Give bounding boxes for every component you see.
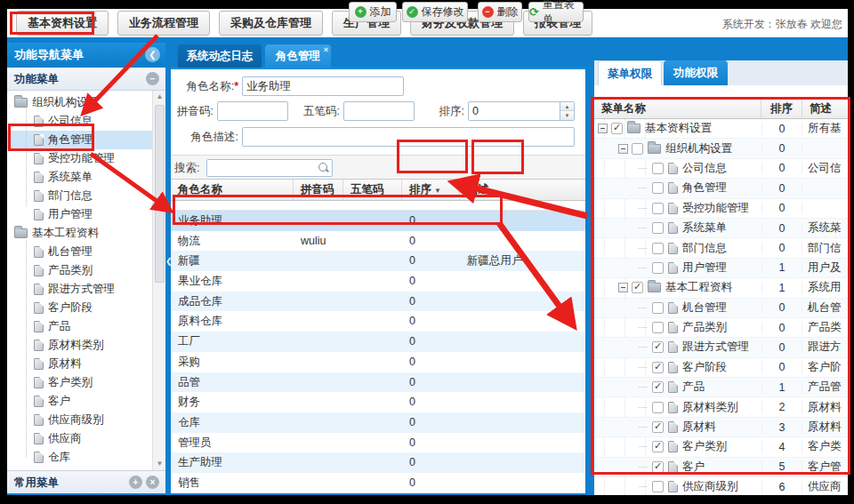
permission-row-产品类别[interactable]: 产品类别0产品类 — [594, 318, 848, 338]
grid-filter-row[interactable] — [171, 201, 585, 211]
sort-spinner[interactable]: 0 ▲ ▼ — [468, 101, 575, 121]
sidebar-item-基本工程资料[interactable]: 基本工程资料 — [7, 224, 165, 243]
col-header-role-name[interactable]: 角色名称 — [171, 180, 294, 200]
checkbox-unchecked[interactable] — [652, 243, 664, 254]
permission-row-角色管理[interactable]: 角色管理0 — [594, 179, 848, 198]
checkbox-unchecked[interactable] — [652, 222, 664, 234]
scroll-down-icon[interactable]: ▼ — [153, 458, 165, 470]
permission-row-组织机构设置[interactable]: 组织机构设置0 — [594, 139, 848, 158]
col-header-menu-desc[interactable]: 简述 — [802, 99, 848, 118]
checkbox-checked[interactable] — [652, 341, 664, 353]
add-common-menu-icon[interactable]: + — [129, 476, 142, 489]
sidebar-item-原材料类别[interactable]: 原材料类别 — [7, 336, 165, 355]
sidebar-item-系统菜单[interactable]: 系统菜单 — [7, 168, 165, 187]
sidebar-section-function-menu[interactable]: 功能菜单 − — [7, 68, 165, 91]
permission-row-公司信息[interactable]: 公司信息0公司信 — [594, 159, 848, 179]
col-header-desc[interactable]: 简述 — [460, 180, 585, 200]
sidebar-item-产品类别[interactable]: 产品类别 — [7, 261, 165, 280]
checkbox-unchecked[interactable] — [652, 481, 664, 492]
collapse-node-icon[interactable] — [598, 124, 608, 133]
permission-row-跟进方式管理[interactable]: 跟进方式管理0跟进方 — [594, 338, 848, 357]
role-name-input[interactable]: 业务助理 — [242, 76, 404, 96]
role-desc-input[interactable] — [242, 127, 575, 147]
tab-menu-permissions[interactable]: 菜单权限 — [598, 60, 662, 85]
checkbox-unchecked[interactable] — [652, 203, 664, 214]
menu-item-2[interactable]: 采购及仓库管理 — [219, 11, 323, 36]
sidebar-section-common-menu[interactable]: 常用菜单 + × — [7, 470, 165, 493]
role-row-原料仓库[interactable]: 原料仓库0 — [171, 311, 585, 332]
reset-button[interactable]: ⟳ 重置表单 — [528, 2, 584, 22]
permission-row-用户管理[interactable]: 用户管理1用户及 — [594, 259, 848, 278]
role-row-销售[interactable]: 销售0 — [171, 473, 585, 493]
tab-close-icon[interactable]: × — [324, 45, 328, 54]
checkbox-unchecked[interactable] — [632, 143, 643, 155]
collapse-node-icon[interactable] — [618, 144, 628, 154]
role-row-工厂[interactable]: 工厂0 — [171, 332, 585, 352]
permission-row-系统菜单[interactable]: 系统菜单0系统菜 — [594, 219, 848, 238]
role-row-果业仓库[interactable]: 果业仓库0 — [171, 271, 585, 292]
permission-row-客户阶段[interactable]: 客户阶段0客户阶 — [594, 358, 848, 378]
sidebar-collapse-icon[interactable]: ❮ — [145, 47, 160, 62]
role-row-采购[interactable]: 采购0 — [171, 352, 585, 372]
sidebar-item-客户类别[interactable]: 客户类别 — [7, 373, 165, 392]
menu-item-1[interactable]: 业务流程管理 — [117, 11, 210, 36]
sidebar-item-公司信息[interactable]: 公司信息 — [7, 112, 165, 131]
scrollbar-thumb[interactable] — [155, 105, 165, 283]
checkbox-checked[interactable] — [652, 421, 664, 433]
sidebar-item-供应商级别[interactable]: 供应商级别 — [7, 411, 165, 429]
checkbox-checked[interactable] — [632, 282, 643, 293]
checkbox-checked[interactable] — [652, 461, 664, 473]
checkbox-checked[interactable] — [652, 381, 664, 393]
col-header-menu-sort[interactable]: 排序 — [761, 99, 802, 118]
collapse-node-icon[interactable] — [618, 283, 628, 292]
checkbox-unchecked[interactable] — [652, 302, 664, 314]
checkbox-unchecked[interactable] — [652, 402, 664, 413]
permission-row-基本资料设置[interactable]: 基本资料设置0所有基 — [594, 119, 848, 139]
sidebar-item-客户[interactable]: 客户 — [7, 392, 165, 411]
wubi-input[interactable] — [343, 101, 415, 121]
sidebar-item-机台管理[interactable]: 机台管理 — [7, 243, 165, 261]
checkbox-checked[interactable] — [611, 123, 623, 134]
permission-row-客户类别[interactable]: 客户类别4客户类 — [594, 437, 848, 457]
role-row-生产助理[interactable]: 生产助理0 — [171, 452, 585, 473]
delete-button[interactable]: − 删除 — [478, 2, 522, 22]
permission-row-产品[interactable]: 产品1产品管 — [594, 378, 848, 397]
spinner-up-icon[interactable]: ▲ — [560, 102, 574, 111]
sidebar-item-跟进方式管理[interactable]: 跟进方式管理 — [7, 280, 165, 299]
role-row-新疆[interactable]: 新疆0新疆总用户 — [171, 251, 585, 271]
sidebar-item-受控功能管理[interactable]: 受控功能管理 — [7, 149, 165, 168]
search-icon[interactable] — [318, 162, 329, 173]
pinyin-input[interactable] — [217, 101, 288, 121]
checkbox-unchecked[interactable] — [652, 182, 664, 194]
tab-function-permissions[interactable]: 功能权限 — [664, 60, 728, 85]
permission-row-原材料[interactable]: 原材料3原材料 — [594, 418, 848, 437]
permission-row-供应商级别[interactable]: 供应商级别6供应商 — [594, 477, 848, 495]
clear-common-menu-icon[interactable]: × — [146, 476, 159, 489]
permission-row-基本工程资料[interactable]: 基本工程资料1系统用 — [594, 278, 848, 298]
menu-item-0[interactable]: 基本资料设置 — [16, 11, 109, 36]
role-row-仓库[interactable]: 仓库0 — [171, 412, 585, 433]
checkbox-unchecked[interactable] — [652, 262, 664, 274]
sidebar-item-角色管理[interactable]: 角色管理 — [7, 131, 165, 149]
tab-system-log[interactable]: 系统动态日志 — [178, 44, 262, 68]
checkbox-unchecked[interactable] — [652, 322, 664, 333]
col-header-pinyin[interactable]: 拼音码 — [294, 180, 343, 200]
checkbox-unchecked[interactable] — [652, 163, 664, 174]
sidebar-item-原材料[interactable]: 原材料 — [7, 355, 165, 373]
role-row-成品仓库[interactable]: 成品仓库0 — [171, 292, 585, 312]
permission-row-机台管理[interactable]: 机台管理0机台管 — [594, 299, 848, 318]
role-row-物流[interactable]: 物流wuliu0 — [171, 231, 585, 252]
sidebar-item-仓库[interactable]: 仓库 — [7, 448, 165, 467]
search-input[interactable] — [206, 159, 333, 177]
add-button[interactable]: + 添加 — [349, 2, 397, 22]
col-header-wubi[interactable]: 五笔码 — [343, 180, 402, 200]
sidebar-item-供应商[interactable]: 供应商 — [7, 429, 165, 448]
save-button[interactable]: ✓ 保存修改 — [402, 2, 468, 22]
permission-row-部门信息[interactable]: 部门信息0部门信 — [594, 238, 848, 258]
sidebar-item-用户管理[interactable]: 用户管理 — [7, 205, 165, 224]
spinner-down-icon[interactable]: ▼ — [560, 111, 574, 120]
checkbox-checked[interactable] — [652, 441, 664, 452]
tab-role-management[interactable]: 角色管理 × — [265, 44, 331, 68]
col-header-menu-name[interactable]: 菜单名称 — [594, 99, 761, 118]
sidebar-item-组织机构设置[interactable]: 组织机构设置 — [7, 93, 165, 112]
